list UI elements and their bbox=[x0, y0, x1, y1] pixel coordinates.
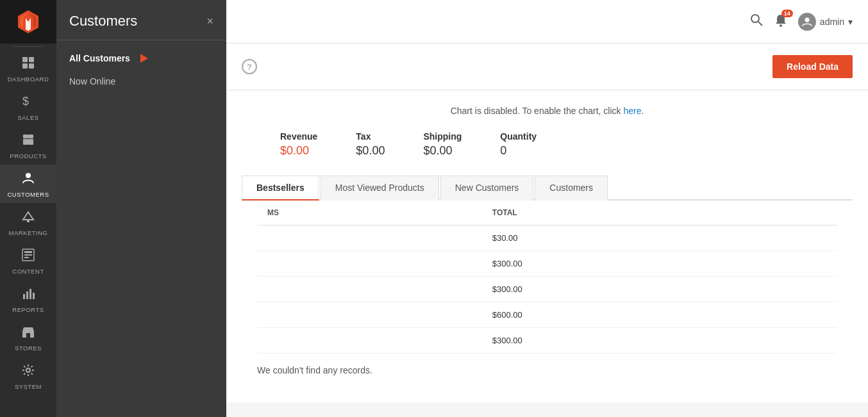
notifications-badge: 14 bbox=[781, 10, 793, 17]
svg-point-26 bbox=[805, 17, 809, 22]
svg-rect-18 bbox=[29, 289, 31, 299]
topbar: 14 admin ▾ bbox=[226, 0, 868, 44]
dashboard-icon bbox=[21, 56, 35, 73]
user-name: admin bbox=[820, 17, 844, 27]
sidebar-item-dashboard[interactable]: DASHBOARD bbox=[0, 49, 56, 88]
table-cell-total-2: $300.00 bbox=[482, 251, 837, 277]
svg-text:$: $ bbox=[22, 95, 29, 108]
svg-rect-2 bbox=[22, 63, 28, 69]
page-header: ? Reload Data bbox=[226, 44, 868, 90]
flyout-header: Customers × bbox=[56, 0, 226, 40]
products-icon bbox=[21, 133, 35, 150]
sidebar-item-marketing[interactable]: MARKETING bbox=[0, 203, 56, 241]
sidebar-item-label-marketing: MARKETING bbox=[9, 229, 48, 236]
table-row: $300.00 bbox=[257, 328, 837, 354]
table-cell-total-5: $300.00 bbox=[482, 328, 837, 354]
dashboard-section: Chart is disabled. To enable the chart, … bbox=[226, 90, 868, 402]
system-icon bbox=[21, 363, 35, 380]
sidebar-item-system[interactable]: SYSTEM bbox=[0, 357, 56, 395]
table-cell-ms-3 bbox=[257, 277, 482, 302]
stat-tax-label: Tax bbox=[356, 131, 385, 142]
sidebar-item-label-sales: SALES bbox=[17, 114, 38, 121]
main-content: 14 admin ▾ ? Reload Data Chart is disabl bbox=[226, 0, 868, 417]
stat-quantity: Quantity 0 bbox=[500, 131, 537, 158]
svg-rect-16 bbox=[23, 294, 25, 299]
customers-icon bbox=[21, 171, 35, 188]
table-row: $30.00 bbox=[257, 225, 837, 251]
svg-rect-8 bbox=[28, 135, 33, 138]
user-menu[interactable]: admin ▾ bbox=[798, 13, 853, 31]
no-records-message: We couldn't find any records. bbox=[257, 354, 837, 387]
sidebar-item-content[interactable]: CONTENT bbox=[0, 241, 56, 280]
svg-rect-13 bbox=[24, 251, 32, 253]
now-online-label: Now Online bbox=[69, 76, 115, 86]
marketing-icon bbox=[21, 209, 35, 227]
svg-marker-10 bbox=[23, 212, 33, 220]
table-row: $600.00 bbox=[257, 302, 837, 328]
stat-shipping-label: Shipping bbox=[423, 131, 462, 142]
sidebar-item-products[interactable]: PRODUCTS bbox=[0, 126, 56, 165]
user-avatar bbox=[798, 13, 816, 31]
sidebar-item-label-customers: CUSTOMERS bbox=[7, 191, 49, 198]
sales-icon: $ bbox=[21, 94, 35, 111]
stat-revenue: Revenue $0.00 bbox=[280, 131, 317, 158]
svg-rect-3 bbox=[29, 63, 34, 69]
sidebar-item-sales[interactable]: $ SALES bbox=[0, 88, 56, 126]
stat-revenue-value: $0.00 bbox=[280, 144, 317, 158]
flyout-close-button[interactable]: × bbox=[206, 15, 213, 27]
sidebar-item-label-system: SYSTEM bbox=[15, 383, 42, 390]
sidebar-item-label-products: PRODUCTS bbox=[10, 152, 46, 159]
svg-rect-6 bbox=[28, 139, 33, 145]
table-cell-ms-1 bbox=[257, 225, 482, 251]
svg-rect-1 bbox=[29, 57, 34, 62]
sidebar-item-label-content: CONTENT bbox=[12, 268, 44, 275]
tab-bestsellers[interactable]: Bestsellers bbox=[242, 176, 319, 200]
sidebar-logo bbox=[0, 0, 56, 44]
help-icon[interactable]: ? bbox=[242, 59, 257, 74]
svg-rect-5 bbox=[23, 139, 28, 145]
stat-quantity-label: Quantity bbox=[500, 131, 537, 142]
sidebar-item-reports[interactable]: REPORTS bbox=[0, 280, 56, 318]
table-area: ms Total $30.00 $300.00 bbox=[242, 200, 853, 387]
tab-customers[interactable]: Customers bbox=[535, 176, 608, 200]
svg-point-25 bbox=[780, 24, 782, 27]
content-icon bbox=[21, 248, 35, 265]
sidebar-item-customers[interactable]: CUSTOMERS bbox=[0, 165, 56, 203]
chart-enable-link[interactable]: here bbox=[623, 106, 641, 116]
svg-point-9 bbox=[26, 173, 31, 178]
flyout-panel: Customers × All Customers Now Online bbox=[56, 0, 226, 417]
flyout-menu-item-now-online[interactable]: Now Online bbox=[56, 70, 226, 93]
stat-shipping-value: $0.00 bbox=[423, 144, 462, 158]
reload-data-button[interactable]: Reload Data bbox=[772, 55, 853, 78]
notifications-button[interactable]: 14 bbox=[774, 13, 788, 30]
flyout-menu-item-all-customers[interactable]: All Customers bbox=[56, 47, 226, 70]
tab-most-viewed[interactable]: Most Viewed Products bbox=[321, 176, 439, 200]
svg-rect-14 bbox=[24, 254, 32, 256]
search-button[interactable] bbox=[749, 13, 764, 30]
table-cell-ms-2 bbox=[257, 251, 482, 277]
stat-tax: Tax $0.00 bbox=[356, 131, 385, 158]
svg-rect-19 bbox=[33, 293, 35, 299]
svg-rect-17 bbox=[26, 291, 28, 299]
svg-rect-11 bbox=[27, 220, 29, 222]
svg-rect-7 bbox=[23, 135, 28, 138]
stores-icon bbox=[21, 325, 35, 342]
table-row: $300.00 bbox=[257, 277, 837, 302]
all-customers-label: All Customers bbox=[69, 53, 130, 63]
table-cell-total-1: $30.00 bbox=[482, 225, 837, 251]
svg-rect-15 bbox=[24, 257, 29, 258]
table-cell-total-3: $300.00 bbox=[482, 277, 837, 302]
column-header-ms: ms bbox=[257, 200, 482, 225]
data-table: ms Total $30.00 $300.00 bbox=[257, 200, 837, 354]
reports-icon bbox=[21, 286, 35, 304]
table-row: $300.00 bbox=[257, 251, 837, 277]
sidebar-item-stores[interactable]: STORES bbox=[0, 318, 56, 357]
page-title-row: ? bbox=[242, 59, 257, 74]
sidebar: DASHBOARD $ SALES PRODUCTS CUSTOM bbox=[0, 0, 56, 417]
sidebar-item-label-dashboard: DASHBOARD bbox=[8, 76, 49, 83]
page-body: ? Reload Data Chart is disabled. To enab… bbox=[226, 44, 868, 417]
table-cell-ms-4 bbox=[257, 302, 482, 328]
table-cell-ms-5 bbox=[257, 328, 482, 354]
stat-revenue-label: Revenue bbox=[280, 131, 317, 142]
tab-new-customers[interactable]: New Customers bbox=[440, 176, 534, 200]
